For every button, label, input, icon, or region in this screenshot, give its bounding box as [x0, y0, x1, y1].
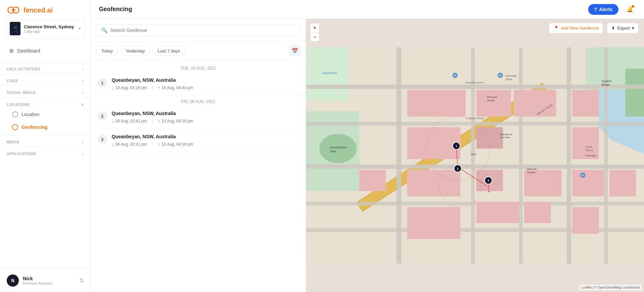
notifications-button[interactable]: 🔔: [624, 3, 636, 15]
nav-category-applications[interactable]: APPLICATIONS ›: [0, 148, 90, 157]
item-location-2: Queanbeyan, NSW, Australia: [112, 111, 299, 116]
svg-text:Bridge: Bridge: [601, 83, 610, 86]
svg-rect-33: [609, 170, 636, 196]
svg-text:Riverside: Riverside: [506, 74, 517, 77]
nav-category-locations[interactable]: LOCATIONS ∧: [0, 99, 90, 108]
svg-text:P: P: [454, 74, 456, 77]
svg-text:Morisset: Morisset: [487, 96, 497, 99]
nav-category-media[interactable]: MEDIA ›: [0, 137, 90, 145]
chevron-up-down-icon: ⇅: [79, 278, 84, 284]
user-name: Nick: [23, 276, 75, 281]
time-out-2: 10 Aug, 04:16 pm: [161, 119, 193, 123]
search-input-wrap[interactable]: 🔍: [96, 24, 300, 36]
top-header: Geofencing ? Alerts 🔔: [91, 0, 644, 19]
svg-text:ANZ: ANZ: [471, 153, 477, 156]
svg-rect-17: [306, 202, 644, 206]
time-in-1: 10 Aug, 04:16 pm: [115, 85, 147, 90]
svg-rect-23: [514, 90, 556, 116]
map-toolbar: 📍 Add New Geofence ⬆ Export ▾: [549, 23, 639, 33]
logo-area: fenced.ai: [0, 0, 90, 19]
svg-text:P: P: [499, 74, 501, 77]
chevron-right-icon: ›: [82, 90, 84, 95]
avatar: N: [7, 275, 19, 287]
time-entry-out-3: ↑ 10 Aug, 04:16 pm: [158, 142, 193, 147]
date-filter-bar: Today Yesterday Last 7 days 📅: [91, 42, 306, 60]
device-time: 1 day ago: [24, 29, 75, 33]
time-out-1: 10 Aug, 04:44 pm: [161, 85, 193, 90]
notification-badge: [632, 5, 634, 8]
location-pin-icon: 📍: [554, 26, 559, 31]
geofencing-label: Geofencing: [22, 124, 47, 130]
svg-rect-24: [572, 90, 599, 116]
svg-text:Plaza: Plaza: [506, 78, 513, 81]
sidebar-item-location[interactable]: Location: [3, 108, 88, 120]
chevron-down-icon: ▾: [79, 26, 81, 31]
geofence-item-2[interactable]: 2 Queanbeyan, NSW, Australia ↓ 06 Aug, 0…: [91, 106, 306, 129]
svg-text:Lowe: Lowe: [585, 145, 592, 148]
svg-rect-21: [476, 90, 511, 116]
geofence-item-3[interactable]: 3 Queanbeyan, NSW, Australia ↓ 06 Aug, 0…: [91, 129, 306, 152]
geofencing-icon: [12, 124, 18, 130]
time-in-3: 06 Aug, 02:41 pm: [115, 142, 147, 147]
left-panel: 🔍 Today Yesterday Last 7 days 📅 TUE, 10 …: [91, 19, 306, 292]
search-icon: 🔍: [101, 27, 108, 33]
filter-yesterday[interactable]: Yesterday: [121, 46, 150, 56]
item-details-2: Queanbeyan, NSW, Australia ↓ 06 Aug, 02:…: [112, 111, 299, 124]
nav-category-call-activities[interactable]: CALL ACTIVITIES ›: [0, 64, 90, 72]
arrow-down-icon: ↓: [112, 85, 114, 90]
arrow-up-icon: ↑: [158, 118, 160, 124]
search-bar: 🔍: [91, 19, 306, 42]
dashboard-label: Dashboard: [17, 48, 40, 53]
arrow-down-icon: ↓: [112, 118, 114, 124]
svg-rect-14: [306, 85, 644, 89]
svg-text:Rutledge: Rutledge: [585, 154, 596, 157]
chevron-down-icon: ▾: [632, 26, 634, 31]
logo-text: fenced.ai: [24, 6, 53, 14]
svg-text:Masonic: Masonic: [527, 168, 537, 171]
chevron-right-icon: ›: [82, 140, 84, 144]
export-button[interactable]: ⬆ Export ▾: [607, 23, 639, 33]
nav-category-logs[interactable]: LOGS ›: [0, 75, 90, 84]
zoom-controls: + −: [310, 23, 319, 42]
item-number-1: 1: [98, 78, 107, 87]
sidebar-item-dashboard[interactable]: ⊞ Dashboard: [3, 44, 88, 57]
alerts-button[interactable]: ? Alerts: [588, 4, 618, 15]
chevron-up-icon: ∧: [81, 102, 84, 107]
svg-rect-8: [626, 69, 644, 116]
zoom-in-button[interactable]: +: [310, 23, 319, 32]
svg-rect-29: [476, 202, 519, 223]
svg-point-49: [488, 190, 490, 192]
arrow-up-icon: ↑: [158, 142, 160, 147]
map-panel: 📍 Add New Geofence ⬆ Export ▾ + −: [306, 19, 644, 292]
date-label-2: FRI, 06 AUG, 2021: [91, 96, 306, 106]
device-selector[interactable]: 📱 Clarence Street, Sydney 1 day ago ▾: [5, 19, 85, 38]
user-profile-footer[interactable]: N Nick Premium Account ⇅: [0, 269, 90, 292]
nav-category-social-media[interactable]: SOCIAL MEDIA ›: [0, 87, 90, 96]
svg-rect-35: [359, 170, 386, 191]
item-details-3: Queanbeyan, NSW, Australia ↓ 06 Aug, 02:…: [112, 134, 299, 147]
filter-today[interactable]: Today: [96, 46, 118, 56]
geofence-list: TUE, 10 AUG, 2021 1 Queanbeyan, NSW, Aus…: [91, 60, 306, 292]
time-entry-in-1: ↓ 10 Aug, 04:16 pm: [112, 85, 147, 90]
filter-last7days[interactable]: Last 7 days: [153, 46, 185, 56]
svg-text:The Q: The Q: [585, 149, 593, 152]
location-icon: [12, 111, 18, 117]
svg-text:Temple: Temple: [527, 171, 536, 174]
map-svg: Monaro Street Morisset Street Crawford S…: [306, 19, 644, 292]
svg-rect-20: [407, 127, 460, 159]
add-geofence-button[interactable]: 📍 Add New Geofence: [549, 23, 603, 33]
sidebar-item-geofencing[interactable]: Geofencing: [3, 121, 88, 133]
svg-rect-19: [407, 90, 466, 116]
header-actions: ? Alerts 🔔: [588, 3, 636, 15]
time-out-3: 10 Aug, 04:16 pm: [161, 142, 193, 147]
zoom-out-button[interactable]: −: [310, 32, 319, 42]
svg-text:Morisset St: Morisset St: [500, 133, 513, 136]
calendar-button[interactable]: 📅: [290, 45, 300, 56]
svg-text:P: P: [582, 174, 583, 177]
search-input[interactable]: [110, 28, 295, 33]
main-content: Geofencing ? Alerts 🔔 🔍: [91, 0, 644, 292]
geofence-item-1[interactable]: 1 Queanbeyan, NSW, Australia ↓ 10 Aug, 0…: [91, 73, 306, 96]
svg-rect-15: [306, 122, 644, 125]
user-info: Nick Premium Account: [23, 276, 75, 285]
item-details-1: Queanbeyan, NSW, Australia ↓ 10 Aug, 04:…: [112, 77, 299, 91]
